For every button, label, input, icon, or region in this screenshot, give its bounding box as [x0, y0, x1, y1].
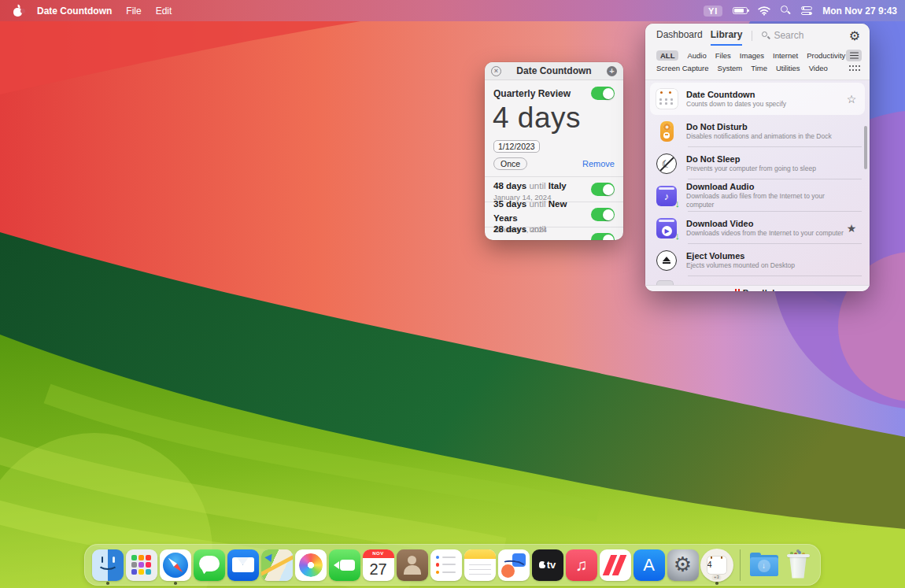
menu-bar: Date Countdown File Edit YI Mon Nov 27 9…: [0, 0, 905, 21]
tool-row-do-not-sleep[interactable]: ☾ Do Not Sleep Prevents your computer fr…: [650, 147, 865, 179]
tool-row-do-not-disturb[interactable]: Do Not Disturb Disables notifications an…: [650, 115, 865, 147]
music-dock-icon[interactable]: ♫: [566, 549, 597, 581]
apple-tv-dock-icon[interactable]: tv: [532, 549, 563, 581]
tool-row-eject-volumes[interactable]: Eject Volumes Ejects volumes mounted on …: [650, 244, 865, 276]
grid-view-icon[interactable]: [848, 65, 859, 72]
filter-video[interactable]: Video: [809, 64, 828, 72]
menu-app-name[interactable]: Date Countdown: [37, 6, 112, 17]
filter-productivity[interactable]: Productivity: [807, 51, 845, 60]
calendar-icon: [653, 89, 680, 109]
audio-download-icon: ♪↓: [653, 186, 680, 206]
widget-titlebar: × Date Countdown +: [485, 62, 623, 80]
date-countdown-dock-icon[interactable]: 4+3: [700, 549, 733, 582]
countdown-toggle[interactable]: [591, 208, 615, 221]
video-download-icon: ▶↓: [653, 218, 680, 239]
control-center-icon[interactable]: [801, 6, 812, 15]
news-dock-icon[interactable]: [600, 549, 631, 581]
filter-screen-capture[interactable]: Screen Capture: [656, 64, 709, 72]
search-placeholder: Search: [774, 30, 803, 41]
toolbox-library-panel: Dashboard Library Search ⚙ ALL Audio Fil…: [645, 24, 870, 291]
featured-countdown: Quarterly Review 4 days 1/12/2023 Once R…: [485, 80, 623, 176]
facetime-dock-icon[interactable]: [329, 549, 360, 581]
featured-toggle[interactable]: [591, 87, 615, 100]
tool-name: Date Countdown: [686, 90, 844, 99]
tool-row-download-video[interactable]: ▶↓ Download Video Downloads videos from …: [650, 212, 865, 244]
dock: NOV27 tv ♫ A ⚙ 4+3 ↓: [84, 544, 821, 586]
photos-dock-icon[interactable]: [295, 549, 327, 581]
downloads-dock-icon[interactable]: ↓: [748, 549, 780, 581]
filter-audio[interactable]: Audio: [687, 51, 706, 60]
tool-list: Date Countdown Counts down to dates you …: [645, 80, 870, 285]
reminders-dock-icon[interactable]: [430, 549, 462, 581]
wifi-icon[interactable]: [758, 6, 770, 16]
tool-name: Eject Volumes: [686, 251, 844, 261]
filter-system[interactable]: System: [718, 64, 743, 72]
filter-images[interactable]: Images: [740, 51, 764, 60]
panel-header: Dashboard Library Search ⚙: [645, 24, 870, 46]
mail-dock-icon[interactable]: [227, 549, 259, 581]
launchpad-dock-icon[interactable]: [126, 549, 157, 581]
favorite-star-icon[interactable]: [844, 92, 859, 106]
apple-menu-icon[interactable]: [13, 5, 23, 17]
menu-clock[interactable]: Mon Nov 27 9:43: [822, 6, 897, 17]
countdown-value: 4 days: [493, 103, 615, 134]
countdown-toggle[interactable]: [591, 233, 615, 240]
tool-name: Do Not Disturb: [686, 122, 844, 131]
filter-files[interactable]: Files: [715, 51, 731, 60]
parallels-toolbox-menu-icon[interactable]: YI: [704, 6, 722, 17]
filter-all[interactable]: ALL: [656, 50, 678, 61]
tool-description: Counts down to dates you specify: [686, 100, 844, 109]
close-icon[interactable]: ×: [491, 66, 501, 76]
parallels-logo-text: Parallels: [743, 288, 780, 292]
widget-title: Date Countdown: [501, 65, 607, 76]
contacts-dock-icon[interactable]: [397, 549, 428, 581]
scrollbar-thumb[interactable]: [864, 126, 867, 169]
menu-file[interactable]: File: [126, 6, 141, 17]
filter-utilities[interactable]: Utilities: [776, 64, 800, 72]
menu-edit[interactable]: Edit: [156, 6, 172, 17]
gear-icon[interactable]: ⚙: [849, 30, 860, 43]
battery-icon[interactable]: [733, 7, 748, 14]
dock-divider: [740, 549, 741, 581]
favorite-star-icon[interactable]: [844, 221, 859, 235]
freeform-dock-icon[interactable]: [498, 549, 530, 581]
filter-time[interactable]: Time: [751, 64, 767, 72]
system-settings-dock-icon[interactable]: ⚙: [667, 549, 699, 581]
maps-dock-icon[interactable]: [261, 549, 293, 581]
tool-row-date-countdown[interactable]: Date Countdown Counts down to dates you …: [650, 83, 865, 115]
featured-name: Quarterly Review: [493, 88, 571, 99]
panel-footer: Parallels: [645, 285, 870, 291]
repeat-dropdown[interactable]: Once: [493, 157, 527, 170]
next-tool-peek: [656, 280, 674, 285]
door-hanger-icon: [653, 121, 680, 142]
messages-dock-icon[interactable]: [194, 549, 225, 581]
tool-row-download-audio[interactable]: ♪↓ Download Audio Downloads audio files …: [650, 179, 865, 212]
filter-bar: ALL Audio Files Images Internet Producti…: [645, 46, 870, 80]
desktop: Date Countdown File Edit YI Mon Nov 27 9…: [0, 0, 905, 588]
filter-internet[interactable]: Internet: [773, 51, 798, 60]
countdown-row[interactable]: 28 days until Christmas December 25, 202…: [485, 227, 623, 240]
divider: [752, 31, 752, 41]
date-field[interactable]: 1/12/2023: [493, 140, 540, 153]
app-store-dock-icon[interactable]: A: [634, 549, 665, 581]
tool-name: Download Video: [686, 219, 844, 228]
add-countdown-icon[interactable]: +: [607, 66, 617, 76]
tab-dashboard[interactable]: Dashboard: [656, 29, 703, 46]
running-indicator-safari: [174, 582, 177, 585]
list-view-icon[interactable]: [846, 50, 862, 61]
notes-dock-icon[interactable]: [464, 549, 496, 581]
eject-icon: [653, 250, 680, 271]
no-sleep-moon-icon: ☾: [653, 153, 680, 174]
search-input[interactable]: Search: [762, 30, 840, 41]
safari-dock-icon[interactable]: [160, 549, 191, 581]
running-indicator-date-countdown: [715, 582, 718, 585]
trash-dock-icon[interactable]: [782, 549, 814, 581]
remove-link[interactable]: Remove: [582, 159, 615, 168]
countdown-toggle[interactable]: [591, 183, 615, 196]
tool-description: Downloads audio files from the Internet …: [686, 192, 844, 209]
parallels-logo-icon: [735, 289, 740, 291]
finder-dock-icon[interactable]: [92, 549, 124, 581]
spotlight-search-icon[interactable]: [781, 6, 791, 16]
calendar-dock-icon[interactable]: NOV27: [363, 549, 394, 581]
tab-library[interactable]: Library: [711, 29, 743, 46]
